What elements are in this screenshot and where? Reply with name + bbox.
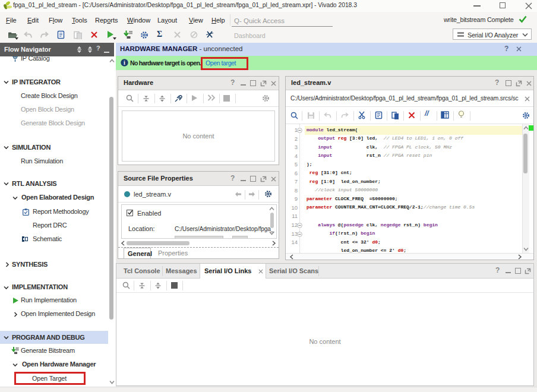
svg-text:i: i: [124, 59, 125, 66]
